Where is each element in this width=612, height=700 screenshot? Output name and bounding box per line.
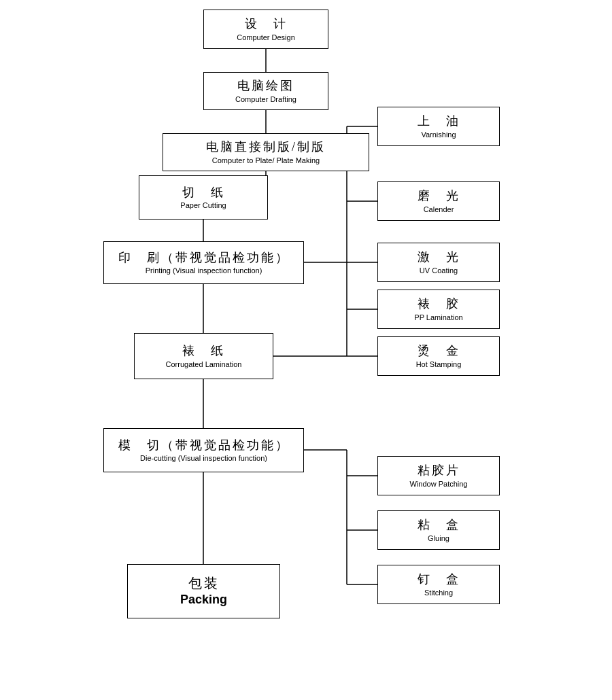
varnishing-box: 上 油 Varnishing <box>377 107 500 146</box>
calender-en: Calender <box>424 205 454 214</box>
computer-drafting-en: Computer Drafting <box>235 94 296 104</box>
computer-design-cn: 设 计 <box>245 16 288 32</box>
uv-coating-en: UV Coating <box>420 266 458 275</box>
corrugated-lamination-cn: 裱 纸 <box>182 343 225 359</box>
uv-coating-box: 激 光 UV Coating <box>377 243 500 282</box>
paper-cutting-cn: 切 纸 <box>182 185 225 200</box>
die-cutting-box: 模 切（带视觉品检功能） Die-cutting (Visual inspect… <box>103 428 304 472</box>
hot-stamping-cn: 烫 金 <box>418 343 460 359</box>
packing-en: Packing <box>180 592 227 608</box>
window-patching-box: 粘胶片 Window Patching <box>377 456 500 495</box>
die-cutting-en: Die-cutting (Visual inspection function) <box>140 453 267 463</box>
pp-lamination-box: 裱 胶 PP Lamination <box>377 290 500 329</box>
stitching-box: 钉 盒 Stitching <box>377 565 500 604</box>
die-cutting-cn: 模 切（带视觉品检功能） <box>118 438 290 453</box>
computer-plate-box: 电脑直接制版/制版 Computer to Plate/ Plate Makin… <box>163 133 369 171</box>
paper-cutting-box: 切 纸 Paper Cutting <box>139 175 268 220</box>
gluing-cn: 粘 盒 <box>418 517 460 533</box>
computer-plate-cn: 电脑直接制版/制版 <box>206 139 326 155</box>
hot-stamping-en: Hot Stamping <box>416 360 462 369</box>
hot-stamping-box: 烫 金 Hot Stamping <box>377 336 500 376</box>
computer-drafting-cn: 电脑绘图 <box>237 78 294 94</box>
computer-plate-en: Computer to Plate/ Plate Making <box>212 156 320 165</box>
packing-box: 包装 Packing <box>127 564 280 618</box>
computer-design-box: 设 计 Computer Design <box>203 10 328 49</box>
gluing-en: Gluing <box>428 533 449 543</box>
calender-box: 磨 光 Calender <box>377 181 500 221</box>
gluing-box: 粘 盒 Gluing <box>377 510 500 550</box>
process-diagram: 设 计 Computer Design 电脑绘图 Computer Drafti… <box>0 0 612 700</box>
pp-lamination-en: PP Lamination <box>414 313 462 322</box>
varnishing-en: Varnishing <box>421 130 456 139</box>
printing-en: Printing (Visual inspection function) <box>146 266 262 275</box>
stitching-cn: 钉 盒 <box>418 572 460 587</box>
computer-design-en: Computer Design <box>237 33 295 42</box>
uv-coating-cn: 激 光 <box>418 249 460 265</box>
calender-cn: 磨 光 <box>418 188 460 204</box>
varnishing-cn: 上 油 <box>418 113 460 129</box>
window-patching-en: Window Patching <box>410 479 468 489</box>
packing-cn: 包装 <box>188 574 220 592</box>
stitching-en: Stitching <box>424 588 453 597</box>
pp-lamination-cn: 裱 胶 <box>418 296 460 312</box>
computer-drafting-box: 电脑绘图 Computer Drafting <box>203 72 328 110</box>
printing-cn: 印 刷（带视觉品检功能） <box>118 250 290 266</box>
printing-box: 印 刷（带视觉品检功能） Printing (Visual inspection… <box>103 241 304 284</box>
paper-cutting-en: Paper Cutting <box>180 200 226 210</box>
window-patching-cn: 粘胶片 <box>418 463 460 478</box>
corrugated-lamination-box: 裱 纸 Corrugated Lamination <box>134 333 273 379</box>
corrugated-lamination-en: Corrugated Lamination <box>166 360 242 369</box>
